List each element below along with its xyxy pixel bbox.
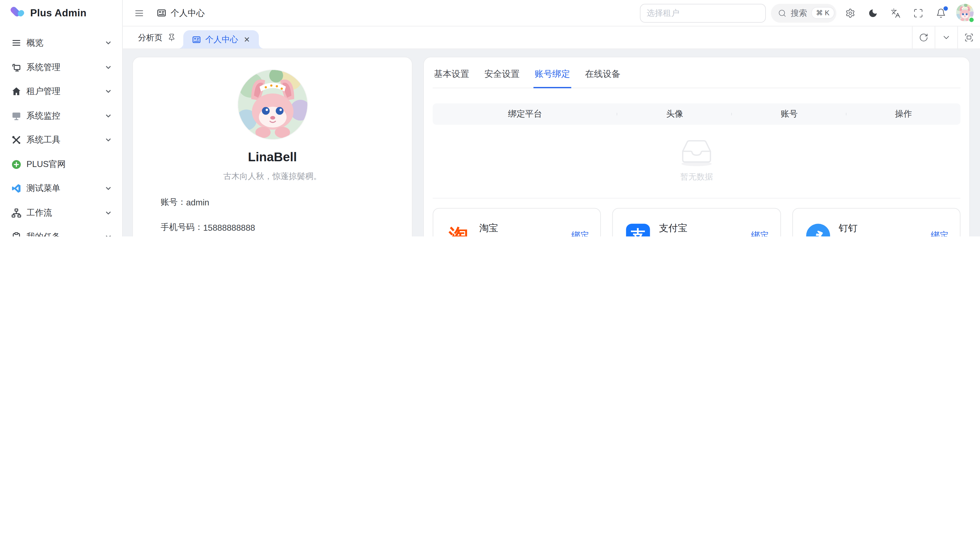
tab-label: 分析页 [138,32,162,43]
id-card-icon [157,8,166,18]
profile-card: LinaBell 古木向人秋，惊蓬掠鬓稠。 账号： admin 手机号码： 15… [132,57,413,236]
id-card-icon [192,35,201,44]
dark-mode-toggle[interactable] [864,4,882,22]
tab-options-button[interactable] [935,26,957,48]
chevron-down-icon [105,233,112,236]
translate-icon [891,8,900,18]
binding-name: 钉钉 [839,222,931,234]
binding-card-taobao: 淘 淘宝 绑定淘宝账号 绑定 [433,208,601,236]
app-window: Plus Admin 概览 系统管理 租户管理 系统监控 [0,0,980,236]
menu-icon [11,38,22,48]
chevron-down-icon [105,112,112,120]
global-search-button[interactable]: 搜索 ⌘ K [771,3,837,22]
dingtalk-icon [805,223,830,236]
chevron-down-icon [105,39,112,46]
clipboard-icon [11,232,22,236]
sidebar-item-workflow[interactable]: 工作流 [5,201,117,224]
fullscreen-button[interactable] [910,4,927,22]
hamburger-icon [134,8,144,18]
binding-card-alipay: 支 支付宝 绑定支付宝账号 绑定 [612,208,781,236]
refresh-page-button[interactable] [912,26,935,48]
empty-state-text: 暂无数据 [680,171,713,183]
maximize-icon [913,8,923,18]
profile-name: LinaBell [161,150,384,164]
vscode-icon [11,183,22,193]
column-header-actions: 操作 [846,108,960,120]
sidebar-item-overview[interactable]: 概览 [5,32,117,54]
tab-analysis-page[interactable]: 分析页 [123,26,183,48]
field-phone: 手机号码： 15888888888 [161,221,384,234]
chevron-down-icon [105,64,112,71]
tab-profile-center[interactable]: 个人中心 ✕ [183,30,259,48]
empty-state: 暂无数据 [433,125,960,199]
tab-security-settings[interactable]: 安全设置 [483,61,521,88]
home-icon [11,86,22,96]
language-button[interactable] [887,4,905,22]
display-icon [11,111,22,121]
app-title: Plus Admin [30,8,87,19]
refresh-icon [919,33,929,42]
settings-panel: 基本设置 安全设置 账号绑定 在线设备 绑定平台 头像 账号 操作 [423,57,970,236]
notifications-button[interactable] [932,4,950,22]
chevron-down-icon [105,185,112,192]
content-fullscreen-button[interactable] [958,26,980,48]
tab-bar: 分析页 个人中心 ✕ [123,26,980,49]
tab-online-devices[interactable]: 在线设备 [584,61,622,88]
binding-name: 支付宝 [659,222,751,234]
sidebar-item-tenant-mgmt[interactable]: 租户管理 [5,80,117,103]
profile-fields: 账号： admin 手机号码： 15888888888 邮箱： crazyLio… [161,196,384,236]
close-tab-icon[interactable]: ✕ [243,36,250,43]
settings-button[interactable] [842,4,859,22]
tabbar-tools [912,26,980,48]
sidebar-item-plus-site[interactable]: PLUS官网 [5,153,117,175]
column-header-avatar: 头像 [617,108,732,120]
search-shortcut-badge: ⌘ K [811,8,834,18]
sidebar-item-system-monitor[interactable]: 系统监控 [5,104,117,127]
empty-inbox-icon [677,137,716,166]
app-logo[interactable]: Plus Admin [0,0,122,26]
profile-avatar[interactable] [238,70,307,139]
logo-icon [9,5,25,22]
moon-icon [868,8,878,18]
frame-fullscreen-icon [964,33,974,42]
breadcrumb-label: 个人中心 [171,7,205,19]
column-header-platform: 绑定平台 [433,108,617,120]
hamburger-menu-button[interactable] [130,4,148,22]
pin-icon[interactable] [167,33,176,41]
top-bar: 个人中心 搜索 ⌘ K [123,0,980,26]
search-label: 搜索 [791,7,807,19]
tab-basic-settings[interactable]: 基本设置 [433,61,470,88]
sidebar-nav: 概览 系统管理 租户管理 系统监控 系统工具 [0,26,122,236]
field-account: 账号： admin [161,196,384,209]
monitor-copy-icon [11,62,22,72]
breadcrumb[interactable]: 个人中心 [157,7,205,19]
plus-circle-icon [11,159,22,169]
chevron-down-icon [105,209,112,217]
search-icon [778,8,786,17]
main-area: 个人中心 搜索 ⌘ K [123,0,980,236]
tab-account-binding[interactable]: 账号绑定 [533,61,571,88]
chevron-down-icon [105,88,112,95]
sitemap-icon [11,207,22,218]
bind-taobao-link[interactable]: 绑定 [571,230,589,236]
column-header-account: 账号 [732,108,846,120]
tenant-select-input[interactable] [640,3,766,22]
binding-name: 淘宝 [479,222,572,234]
notification-dot [943,6,948,10]
sidebar-item-my-tasks[interactable]: 我的任务 [5,226,117,236]
sidebar-item-system-tools[interactable]: 系统工具 [5,129,117,151]
bind-dingtalk-link[interactable]: 绑定 [931,230,949,236]
taobao-icon: 淘 [446,223,471,236]
user-avatar-button[interactable] [955,3,974,22]
binding-cards: 淘 淘宝 绑定淘宝账号 绑定 支 支付宝 绑定支付宝账号 绑定 [433,208,960,236]
sidebar-item-test-menu[interactable]: 测试菜单 [5,177,117,200]
panel-tabs: 基本设置 安全设置 账号绑定 在线设备 [433,61,960,88]
online-status-dot [969,17,974,22]
binding-table-header: 绑定平台 头像 账号 操作 [433,103,960,125]
page-content: LinaBell 古木向人秋，惊蓬掠鬓稠。 账号： admin 手机号码： 15… [123,49,980,236]
chevron-down-icon [942,33,951,42]
chevron-down-icon [105,136,112,144]
sidebar-item-system-mgmt[interactable]: 系统管理 [5,56,117,78]
alipay-icon: 支 [625,223,651,236]
bind-alipay-link[interactable]: 绑定 [751,230,769,236]
